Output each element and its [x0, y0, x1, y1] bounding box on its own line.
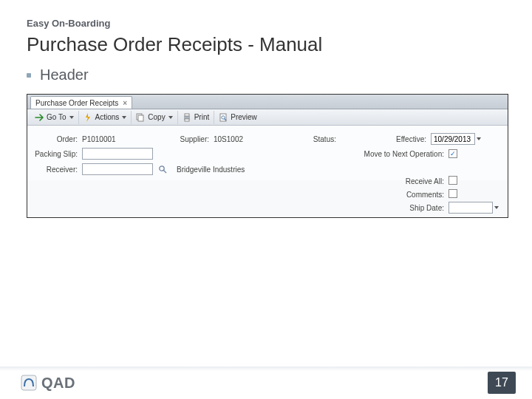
page-number: 17 — [488, 372, 516, 394]
actions-button[interactable]: Actions — [79, 111, 132, 124]
print-icon — [183, 113, 191, 122]
search-icon[interactable] — [157, 164, 168, 174]
toolbar: Go To Actions Copy P — [27, 109, 508, 126]
packing-label: Packing Slip: — [35, 150, 78, 158]
comments-checkbox[interactable] — [449, 189, 457, 198]
supplier-value: 10S1002 — [214, 135, 287, 143]
receiver-desc: Bridgeville Industries — [177, 166, 344, 174]
goto-label: Go To — [47, 113, 66, 121]
bullet-row: Header — [27, 66, 508, 83]
brand-logo: QAD — [21, 375, 75, 392]
brand-text: QAD — [41, 375, 75, 392]
qad-mark-icon — [21, 375, 37, 391]
movenext-label: Move to Next Operation: — [348, 150, 444, 158]
effective-label: Effective: — [360, 135, 426, 143]
receiveall-label: Receive All: — [392, 177, 444, 185]
effective-input[interactable] — [431, 133, 475, 145]
copy-label: Copy — [148, 113, 165, 121]
bullet-icon — [27, 73, 31, 78]
chevron-down-icon — [168, 116, 173, 119]
chevron-down-icon[interactable] — [477, 137, 481, 140]
receiver-label: Receiver: — [35, 166, 78, 174]
svg-rect-4 — [185, 119, 189, 121]
slide-kicker: Easy On-Boarding — [27, 18, 508, 29]
print-button[interactable]: Print — [178, 111, 215, 124]
actions-label: Actions — [95, 113, 120, 121]
svg-rect-10 — [21, 375, 36, 390]
svg-rect-1 — [138, 115, 143, 121]
order-value: P1010001 — [82, 135, 153, 143]
tab-bar: Purchase Order Receipts × — [27, 95, 508, 109]
copy-icon — [136, 113, 145, 122]
bullet-text: Header — [40, 66, 89, 83]
receiveall-checkbox[interactable] — [449, 176, 457, 185]
slide-title: Purchase Order Receipts - Manual — [27, 33, 508, 56]
preview-button[interactable]: Preview — [214, 111, 262, 124]
bolt-icon — [83, 113, 92, 122]
close-icon[interactable]: × — [123, 99, 127, 107]
svg-rect-3 — [185, 114, 189, 116]
preview-icon — [219, 113, 228, 122]
slide-footer: QAD 17 — [0, 366, 532, 399]
movenext-checkbox[interactable] — [449, 149, 457, 158]
copy-button[interactable]: Copy — [132, 111, 177, 124]
svg-line-9 — [163, 170, 166, 173]
receiver-input[interactable] — [82, 163, 153, 175]
shipdate-label: Ship Date: — [392, 204, 444, 212]
chevron-down-icon[interactable] — [494, 206, 499, 209]
status-label: Status: — [292, 135, 336, 143]
print-label: Print — [194, 113, 210, 121]
shipdate-input[interactable] — [449, 202, 493, 214]
comments-label: Comments: — [392, 191, 444, 199]
chevron-down-icon — [122, 116, 126, 119]
svg-point-8 — [160, 166, 164, 171]
supplier-label: Supplier: — [157, 135, 209, 143]
tab-po-receipts[interactable]: Purchase Order Receipts × — [30, 96, 132, 109]
form-header: Order: P1010001 Supplier: 10S1002 Status… — [27, 126, 508, 180]
goto-icon — [35, 113, 44, 122]
app-window: Purchase Order Receipts × Go To Actions — [27, 94, 508, 218]
order-label: Order: — [35, 135, 78, 143]
preview-label: Preview — [231, 113, 257, 121]
right-options: Receive All: Comments: Ship Date: — [392, 174, 500, 214]
chevron-down-icon — [69, 116, 74, 119]
tab-label: Purchase Order Receipts — [35, 99, 118, 107]
goto-button[interactable]: Go To — [30, 111, 79, 124]
packing-input[interactable] — [82, 148, 153, 160]
